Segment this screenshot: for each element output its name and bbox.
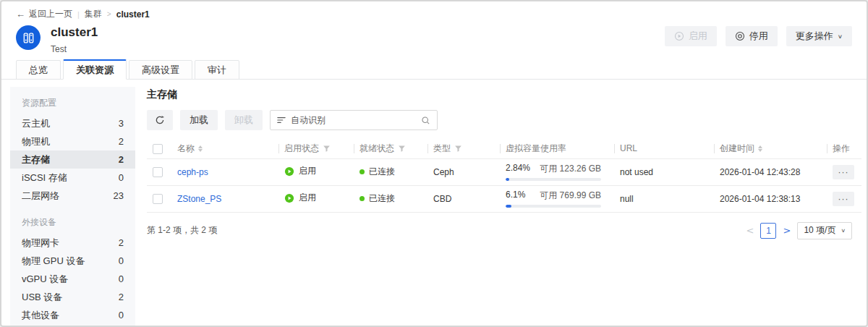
column-header-ready-state[interactable]: 就绪状态 bbox=[354, 139, 427, 158]
unload-button[interactable]: 卸载 bbox=[225, 110, 263, 130]
disable-button[interactable]: 停用 bbox=[726, 26, 778, 46]
row-checkbox[interactable] bbox=[153, 167, 163, 177]
column-header-usage: 虚拟容量使用率 bbox=[500, 139, 614, 158]
sidebar-item-physical-hosts[interactable]: 物理机 2 bbox=[10, 132, 135, 150]
usage-available: 可用 769.99 GB bbox=[540, 190, 601, 202]
storage-url: null bbox=[614, 185, 714, 212]
prev-page-button[interactable]: < bbox=[746, 225, 754, 236]
sidebar-item-physical-nic[interactable]: 物理网卡 2 bbox=[10, 234, 135, 252]
created-time: 2026-01-04 12:38:13 bbox=[714, 185, 827, 212]
filter-funnel-icon[interactable] bbox=[323, 145, 331, 153]
page-subtitle: Test bbox=[51, 44, 98, 54]
sidebar-section-title: 资源配置 bbox=[10, 97, 135, 109]
count-badge: 0 bbox=[119, 172, 124, 183]
connected-dot-icon bbox=[359, 196, 365, 201]
header-actions: 启用 停用 更多操作 ∨ bbox=[665, 26, 852, 46]
page-number-button[interactable]: 1 bbox=[760, 223, 776, 239]
resource-sidebar: 资源配置 云主机 3 物理机 2 主存储 2 iSCSI 存储 0 bbox=[10, 87, 135, 326]
sidebar-section-resource-config: 资源配置 云主机 3 物理机 2 主存储 2 iSCSI 存储 0 bbox=[10, 97, 135, 205]
breadcrumb-divider: | bbox=[77, 10, 80, 19]
column-header-name[interactable]: 名称 bbox=[171, 139, 278, 158]
pagination: < 1 > 10 项/页 ∨ bbox=[746, 222, 852, 239]
enabled-status-icon bbox=[284, 193, 294, 203]
tab-overview[interactable]: 总览 bbox=[16, 60, 61, 80]
filter-lines-icon bbox=[277, 116, 286, 124]
breadcrumb: ← 返回上一页 | 集群 > cluster1 bbox=[1, 1, 867, 20]
refresh-icon bbox=[155, 115, 165, 125]
table-row: ZStone_PS 启用 已连接 CBD 6.1% bbox=[147, 185, 861, 212]
sidebar-item-physical-gpu[interactable]: 物理 GPU 设备 0 bbox=[10, 252, 135, 270]
column-header-enable-state[interactable]: 启用状态 bbox=[278, 139, 354, 158]
sort-icon[interactable] bbox=[198, 145, 203, 152]
count-badge: 0 bbox=[119, 310, 124, 320]
back-label: 返回上一页 bbox=[29, 8, 72, 20]
filter-funnel-icon[interactable] bbox=[454, 145, 462, 153]
sidebar-item-iscsi-storage[interactable]: iSCSI 存储 0 bbox=[10, 169, 135, 187]
storage-type: Ceph bbox=[427, 158, 500, 185]
primary-storage-table: 名称 启用状态 就绪状态 类型 bbox=[147, 139, 861, 213]
count-badge: 2 bbox=[119, 237, 124, 248]
tab-bar: 总览 关联资源 高级设置 审计 bbox=[1, 59, 867, 80]
column-header-url: URL bbox=[614, 139, 714, 158]
sidebar-item-other-devices[interactable]: 其他设备 0 bbox=[10, 306, 135, 324]
load-button[interactable]: 加载 bbox=[180, 110, 218, 130]
count-badge: 2 bbox=[119, 136, 124, 147]
table-header-row: 名称 启用状态 就绪状态 类型 bbox=[147, 139, 861, 158]
select-all-checkbox[interactable] bbox=[153, 144, 163, 154]
breadcrumb-parent[interactable]: 集群 bbox=[85, 8, 102, 20]
row-actions-button[interactable]: ··· bbox=[833, 192, 854, 206]
refresh-button[interactable] bbox=[147, 110, 173, 130]
cluster-detail-page: ← 返回上一页 | 集群 > cluster1 cluster1 Test bbox=[0, 0, 868, 327]
column-header-created[interactable]: 创建时间 bbox=[714, 139, 827, 158]
column-header-action: 操作 bbox=[827, 139, 861, 158]
filter-funnel-icon[interactable] bbox=[398, 145, 406, 153]
page-size-select[interactable]: 10 项/页 ∨ bbox=[797, 222, 852, 239]
count-badge: 0 bbox=[119, 255, 124, 266]
more-actions-button[interactable]: 更多操作 ∨ bbox=[786, 26, 852, 46]
back-link[interactable]: ← 返回上一页 bbox=[16, 8, 72, 20]
tab-related-resources[interactable]: 关联资源 bbox=[63, 59, 127, 80]
count-badge: 3 bbox=[119, 118, 124, 129]
breadcrumb-separator-icon: > bbox=[107, 10, 111, 18]
sidebar-item-l2-network[interactable]: 二层网络 23 bbox=[10, 187, 135, 205]
page-header: cluster1 Test 启用 停用 更多操作 ∨ bbox=[1, 20, 867, 59]
search-icon bbox=[421, 116, 430, 125]
storage-name-link[interactable]: ceph-ps bbox=[177, 167, 208, 177]
page-title: cluster1 bbox=[51, 25, 98, 40]
enable-button[interactable]: 启用 bbox=[665, 26, 717, 46]
usage-bar-fill bbox=[506, 178, 509, 181]
usage-percent: 2.84% bbox=[506, 163, 530, 175]
chevron-down-icon: ∨ bbox=[838, 33, 843, 40]
content-area: 资源配置 云主机 3 物理机 2 主存储 2 iSCSI 存储 0 bbox=[1, 80, 867, 326]
cluster-icon bbox=[22, 32, 35, 44]
sidebar-item-vgpu[interactable]: vGPU 设备 0 bbox=[10, 270, 135, 288]
enabled-status-icon bbox=[284, 166, 294, 177]
sidebar-section-external-devices: 外接设备 物理网卡 2 物理 GPU 设备 0 vGPU 设备 0 USB 设备… bbox=[10, 216, 135, 324]
storage-name-link[interactable]: ZStone_PS bbox=[177, 194, 221, 204]
usage-bar bbox=[506, 205, 601, 208]
sidebar-item-primary-storage[interactable]: 主存储 2 bbox=[10, 150, 135, 169]
table-row: ceph-ps 启用 已连接 Ceph 2.84% bbox=[147, 158, 861, 185]
usage-cell: 6.1% 可用 769.99 GB bbox=[506, 190, 601, 208]
search-box[interactable] bbox=[270, 110, 438, 130]
breadcrumb-current: cluster1 bbox=[116, 9, 150, 20]
storage-type: CBD bbox=[427, 185, 500, 212]
sidebar-item-usb[interactable]: USB 设备 2 bbox=[10, 288, 135, 306]
row-checkbox[interactable] bbox=[153, 194, 163, 204]
pagination-summary: 第 1-2 项，共 2 项 bbox=[147, 224, 217, 237]
column-header-type[interactable]: 类型 bbox=[427, 139, 500, 158]
play-circle-icon bbox=[674, 31, 684, 41]
search-input[interactable] bbox=[291, 115, 416, 125]
count-badge: 2 bbox=[119, 292, 124, 302]
tab-audit[interactable]: 审计 bbox=[195, 60, 239, 80]
next-page-button[interactable]: > bbox=[783, 225, 791, 236]
sort-icon[interactable] bbox=[758, 145, 762, 152]
table-footer: 第 1-2 项，共 2 项 < 1 > 10 项/页 ∨ bbox=[147, 213, 854, 239]
tab-advanced-settings[interactable]: 高级设置 bbox=[129, 60, 192, 80]
sidebar-item-vm-instances[interactable]: 云主机 3 bbox=[10, 114, 135, 132]
toolbar: 加载 卸载 bbox=[147, 110, 854, 130]
storage-url: not used bbox=[614, 158, 714, 185]
row-actions-button[interactable]: ··· bbox=[833, 165, 854, 179]
usage-available: 可用 123.26 GB bbox=[540, 163, 601, 175]
count-badge: 0 bbox=[119, 273, 124, 284]
